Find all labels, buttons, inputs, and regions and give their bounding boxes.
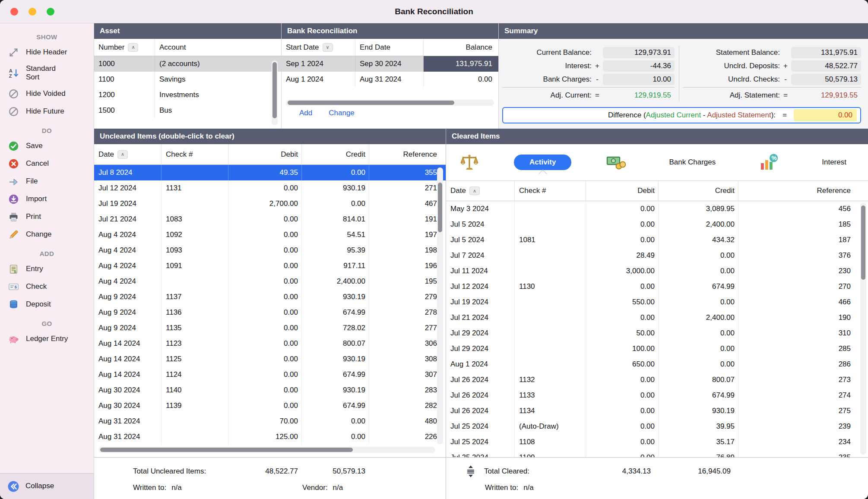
table-row[interactable]: Aug 9 202411360.00674.99278 xyxy=(94,305,446,320)
sort-ascending-icon[interactable]: ∧ xyxy=(117,150,128,159)
table-row[interactable]: Aug 4 202410930.0095.39198 xyxy=(94,243,446,258)
table-row[interactable]: Jul 26 202411330.00674.99274 xyxy=(446,388,868,403)
sidebar-item-import[interactable]: Import xyxy=(0,190,94,208)
table-row[interactable]: Jul 25 202411080.0035.17234 xyxy=(446,434,868,450)
sidebar-item-file[interactable]: File xyxy=(0,173,94,190)
column-header-account[interactable]: Account xyxy=(155,39,281,56)
table-row[interactable]: Jul 21 202410830.00814.01191 xyxy=(94,212,446,227)
sort-ascending-icon[interactable]: ∧ xyxy=(128,43,138,52)
sidebar-item-check[interactable]: $Check xyxy=(0,278,94,296)
chevron-down-icon[interactable]: ∨ xyxy=(323,43,333,52)
table-row[interactable]: Sep 1 2024Sep 30 2024131,975.91 xyxy=(282,56,498,72)
column-header-debit[interactable]: Debit xyxy=(586,181,658,201)
table-row[interactable]: Aug 4 202410920.0054.51197 xyxy=(94,227,446,243)
table-row[interactable]: Aug 30 202411390.00674.99282 xyxy=(94,398,446,414)
table-row[interactable]: Jul 12 202411300.00674.99270 xyxy=(446,279,868,294)
tab-activity[interactable]: Activity xyxy=(514,155,571,170)
sidebar-item-deposit[interactable]: Deposit xyxy=(0,296,94,313)
column-header-end-date[interactable]: End Date xyxy=(355,39,423,56)
column-header-number[interactable]: Number ∧ xyxy=(94,39,155,56)
sidebar-item-cancel[interactable]: Cancel xyxy=(0,155,94,173)
minimize-button[interactable] xyxy=(29,8,36,16)
table-row[interactable]: Jul 26 202411340.00930.19275 xyxy=(446,403,868,419)
table-row[interactable]: May 3 20240.003,089.95456 xyxy=(446,201,868,217)
tab-interest[interactable]: Interest xyxy=(813,155,855,170)
table-row[interactable]: Aug 14 202411240.00674.99307 xyxy=(94,367,446,382)
sidebar-item-print[interactable]: Print xyxy=(0,208,94,226)
scrollbar-thumb[interactable] xyxy=(100,448,353,452)
table-row[interactable]: Jul 25 2024(Auto-Draw)0.0039.95239 xyxy=(446,419,868,434)
column-header-check-number[interactable]: Check # xyxy=(514,181,586,201)
column-header-credit[interactable]: Credit xyxy=(301,144,369,164)
sidebar-item-entry[interactable]: $Entry xyxy=(0,260,94,278)
zoom-button[interactable] xyxy=(47,8,54,16)
column-header-date[interactable]: Date ∧ xyxy=(446,181,514,201)
table-row[interactable]: Jul 5 20240.002,400.00185 xyxy=(446,217,868,232)
uncleared-hscrollbar[interactable] xyxy=(98,447,435,453)
sidebar-item-standard-sort[interactable]: AZStandard Sort xyxy=(0,61,94,85)
column-header-credit[interactable]: Credit xyxy=(658,181,738,201)
sidebar-collapse-button[interactable]: Collapse xyxy=(0,473,94,499)
change-link[interactable]: Change xyxy=(329,109,355,117)
cell: 1139 xyxy=(161,398,228,414)
scrollbar-thumb[interactable] xyxy=(438,183,442,232)
sidebar-item-save[interactable]: Save xyxy=(0,137,94,155)
table-row[interactable]: Jul 8 202449.350.00355 xyxy=(94,165,446,180)
sidebar-item-hide-voided[interactable]: Hide Voided xyxy=(0,85,94,103)
table-row[interactable]: Aug 4 20240.002,400.00195 xyxy=(94,274,446,289)
table-row[interactable]: Jul 12 202411310.00930.19271 xyxy=(94,180,446,196)
table-row[interactable]: 1000(2 accounts) xyxy=(94,56,281,72)
table-row[interactable]: Aug 4 202410910.00917.11196 xyxy=(94,258,446,274)
sidebar-item-change[interactable]: Change xyxy=(0,226,94,243)
table-row[interactable]: Aug 1 2024Aug 31 20240.00 xyxy=(282,72,498,87)
sort-ascending-icon[interactable]: ∧ xyxy=(469,186,480,195)
table-row[interactable]: Aug 14 202411250.00930.19308 xyxy=(94,351,446,367)
add-link[interactable]: Add xyxy=(299,109,312,117)
column-header-reference[interactable]: Reference xyxy=(369,144,446,164)
table-row[interactable]: 1500Bus xyxy=(94,103,281,118)
table-row[interactable]: 1200Investments xyxy=(94,87,281,103)
table-row[interactable]: Jul 21 20240.002,400.00190 xyxy=(446,310,868,325)
table-row[interactable]: Jul 29 2024100.000.00285 xyxy=(446,341,868,357)
table-row[interactable]: Aug 31 202470.000.00480 xyxy=(94,414,446,429)
table-row[interactable]: Jul 19 2024550.000.00466 xyxy=(446,294,868,310)
table-row[interactable]: Jul 5 202410810.00434.32187 xyxy=(446,232,868,248)
table-row[interactable]: Aug 9 202411370.00930.19279 xyxy=(94,289,446,305)
table-row[interactable]: Jul 19 20242,700.000.00467 xyxy=(94,196,446,212)
table-row[interactable]: Aug 30 202411400.00930.19283 xyxy=(94,382,446,398)
cell: 76.89 xyxy=(658,450,738,457)
cell: 0.00 xyxy=(586,419,658,434)
table-row[interactable]: Jul 11 20243,000.000.00230 xyxy=(446,263,868,279)
scrollbar-thumb[interactable] xyxy=(861,205,865,280)
table-row[interactable]: Aug 14 202411230.00800.07306 xyxy=(94,336,446,351)
table-row[interactable]: Jul 29 202450.000.00310 xyxy=(446,325,868,341)
close-button[interactable] xyxy=(10,8,18,16)
asset-panel-title: Asset xyxy=(100,27,120,35)
sidebar-item-hide-future[interactable]: Hide Future xyxy=(0,103,94,120)
reconciliation-hscrollbar[interactable] xyxy=(286,100,494,106)
column-header-date[interactable]: Date ∧ xyxy=(94,144,161,164)
tab-bank-charges[interactable]: Bank Charges xyxy=(660,155,724,170)
table-row[interactable]: Jul 25 202411090.0076.89235 xyxy=(446,450,868,457)
column-header-balance[interactable]: Balance xyxy=(423,39,498,56)
table-row[interactable]: Jul 7 202428.490.00376 xyxy=(446,248,868,263)
column-header-check-number[interactable]: Check # xyxy=(161,144,228,164)
column-header-start-date[interactable]: Start Date ∨ xyxy=(282,39,355,56)
table-row[interactable]: Jul 26 202411320.00800.07273 xyxy=(446,372,868,388)
table-row[interactable]: Aug 31 2024125.000.00226 xyxy=(94,429,446,445)
asset-scrollbar[interactable] xyxy=(272,60,278,125)
column-header-reference[interactable]: Reference xyxy=(738,181,868,201)
cell: Aug 14 2024 xyxy=(94,367,161,382)
column-header-debit[interactable]: Debit xyxy=(228,144,301,164)
scrollbar-thumb[interactable] xyxy=(272,62,277,118)
scrollbar-thumb[interactable] xyxy=(288,101,454,105)
sidebar-item-hide-header[interactable]: Hide Header xyxy=(0,44,94,61)
cleared-vscrollbar[interactable] xyxy=(860,203,866,455)
table-row[interactable]: Aug 9 202411350.00728.02277 xyxy=(94,320,446,336)
sidebar-item-ledger-entry[interactable]: Ledger Entry xyxy=(0,330,94,348)
table-row[interactable]: 1100Savings xyxy=(94,72,281,87)
cell: 674.99 xyxy=(658,388,738,403)
cell: 0.00 xyxy=(228,305,301,320)
table-row[interactable]: Aug 1 2024650.000.00286 xyxy=(446,357,868,372)
uncleared-vscrollbar[interactable] xyxy=(437,167,443,444)
